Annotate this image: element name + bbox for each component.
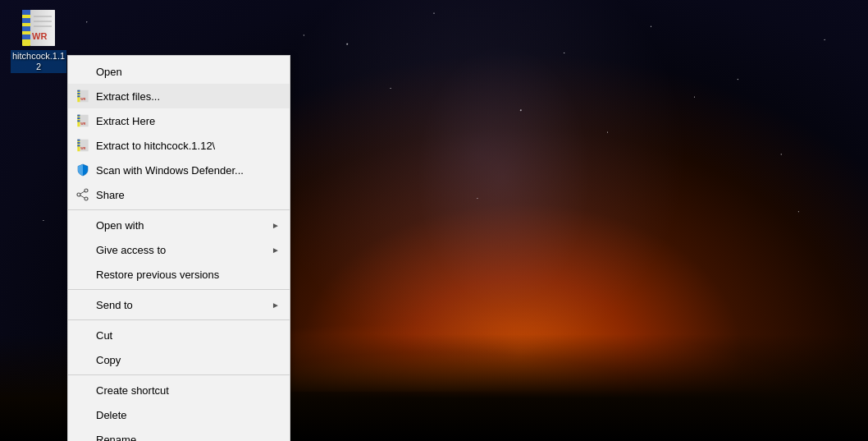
menu-item-send-to[interactable]: Send to ► (68, 292, 290, 317)
svg-rect-24 (77, 140, 80, 141)
give-access-arrow: ► (272, 246, 280, 255)
separator-1 (68, 209, 290, 210)
menu-item-rename[interactable]: Rename (68, 427, 290, 441)
send-to-icon (75, 296, 91, 313)
menu-item-delete[interactable]: Delete (68, 402, 290, 427)
svg-rect-19 (77, 117, 80, 119)
svg-point-31 (77, 193, 80, 196)
svg-rect-2 (22, 18, 30, 23)
menu-item-extract-files[interactable]: WR Extract files... (68, 84, 290, 108)
menu-label-share: Share (96, 189, 280, 201)
svg-text:WR: WR (80, 147, 85, 150)
copy-icon (75, 351, 91, 368)
menu-item-open[interactable]: Open (68, 59, 290, 84)
winrar-icon-image: WR (19, 8, 58, 48)
svg-rect-4 (22, 34, 30, 39)
menu-item-create-shortcut[interactable]: Create shortcut (68, 378, 290, 402)
extract-files-icon: WR (75, 88, 91, 104)
svg-point-29 (85, 189, 88, 192)
menu-item-give-access[interactable]: Give access to ► (68, 237, 290, 262)
menu-label-extract-files: Extract files... (96, 90, 280, 103)
menu-label-scan: Scan with Windows Defender... (96, 164, 280, 177)
svg-rect-3 (22, 26, 30, 31)
desktop-icon-winrar[interactable]: WR hitchcock.1.12 (10, 8, 67, 73)
svg-text:WR: WR (80, 122, 85, 126)
menu-label-rename: Rename (96, 434, 280, 442)
svg-point-30 (85, 197, 88, 200)
menu-item-copy[interactable]: Copy (68, 347, 290, 372)
restore-icon (75, 266, 91, 283)
menu-label-extract-to: Extract to hitchcock.1.12\ (96, 140, 280, 152)
extract-to-icon: WR (75, 137, 91, 154)
separator-2 (68, 289, 290, 290)
cut-icon (75, 327, 91, 343)
menu-label-extract-here: Extract Here (96, 115, 280, 127)
svg-rect-26 (77, 145, 80, 146)
svg-rect-20 (77, 120, 80, 122)
menu-item-open-with[interactable]: Open with ► (68, 213, 290, 237)
menu-label-send-to: Send to (96, 299, 272, 311)
svg-text:WR: WR (32, 31, 47, 41)
svg-rect-13 (77, 93, 80, 94)
svg-text:WR: WR (80, 98, 85, 101)
menu-item-extract-here[interactable]: WR Extract Here (68, 108, 290, 133)
separator-4 (68, 374, 290, 375)
menu-item-cut[interactable]: Cut (68, 323, 290, 347)
open-with-icon (75, 217, 91, 233)
menu-item-restore[interactable]: Restore previous versions (68, 262, 290, 287)
svg-line-32 (80, 191, 85, 194)
menu-label-open-with: Open with (96, 219, 272, 232)
svg-rect-14 (77, 95, 80, 97)
extract-here-icon: WR (75, 113, 91, 129)
send-to-arrow: ► (272, 301, 280, 310)
open-with-arrow: ► (272, 221, 280, 230)
menu-label-delete: Delete (96, 409, 280, 421)
svg-rect-12 (77, 90, 80, 92)
menu-item-scan[interactable]: Scan with Windows Defender... (68, 158, 290, 182)
shield-defender-icon (75, 162, 91, 178)
menu-label-give-access: Give access to (96, 244, 272, 256)
rename-icon (75, 431, 91, 441)
svg-line-33 (80, 195, 85, 198)
menu-label-copy: Copy (96, 354, 280, 366)
desktop-icon-label: hitchcock.1.12 (11, 50, 66, 73)
separator-3 (68, 319, 290, 320)
share-icon (75, 186, 91, 203)
create-shortcut-icon (75, 382, 91, 398)
svg-rect-18 (77, 115, 80, 117)
menu-item-share[interactable]: Share (68, 182, 290, 207)
give-access-icon (75, 241, 91, 258)
menu-label-restore: Restore previous versions (96, 269, 280, 281)
menu-label-cut: Cut (96, 329, 280, 342)
menu-label-create-shortcut: Create shortcut (96, 384, 280, 397)
open-icon (75, 63, 91, 80)
context-menu: Open WR Extract files... WR (67, 55, 290, 441)
menu-label-open: Open (96, 66, 280, 78)
menu-item-extract-to[interactable]: WR Extract to hitchcock.1.12\ (68, 133, 290, 158)
svg-rect-1 (22, 10, 30, 15)
delete-icon (75, 407, 91, 423)
svg-rect-25 (77, 142, 80, 144)
